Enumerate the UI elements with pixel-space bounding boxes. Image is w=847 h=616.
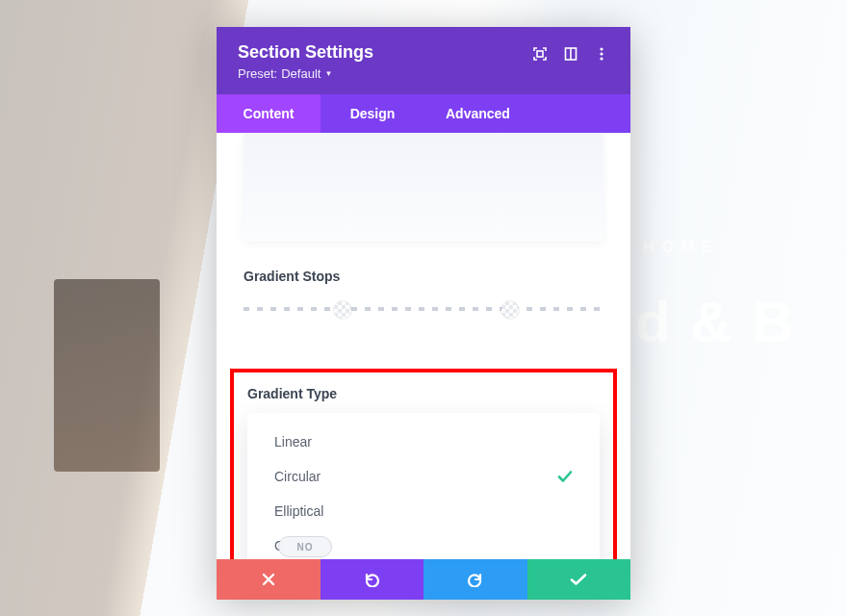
preset-name: Default: [281, 66, 321, 81]
panel-title: Section Settings: [238, 42, 373, 63]
option-label: Linear: [274, 434, 312, 449]
option-label: Circular: [274, 469, 321, 484]
gradient-type-highlight: Gradient Type Linear Circular Elliptical…: [230, 369, 617, 559]
gradient-stop-handle-1[interactable]: [334, 301, 351, 319]
tab-advanced[interactable]: Advanced: [424, 94, 630, 133]
svg-point-4: [600, 52, 603, 55]
responsive-icon[interactable]: [563, 46, 578, 62]
gradient-type-option-elliptical[interactable]: Elliptical: [247, 494, 600, 528]
svg-point-3: [600, 47, 603, 50]
background-headline: d & B: [635, 289, 796, 355]
redo-icon: [467, 572, 484, 587]
background-tagline: HOME: [643, 239, 720, 256]
tab-bar: Content Design Advanced: [217, 94, 630, 133]
undo-icon: [363, 572, 380, 587]
gradient-preview: [244, 133, 603, 242]
settings-panel: Section Settings Preset: Default ▼: [217, 27, 630, 600]
svg-rect-0: [537, 51, 543, 57]
undo-button[interactable]: [321, 559, 424, 600]
more-menu-icon[interactable]: [594, 46, 609, 62]
background-furniture: [54, 279, 160, 472]
preset-prefix: Preset:: [238, 66, 277, 81]
gradient-stops-track[interactable]: [244, 299, 603, 319]
cancel-button[interactable]: [217, 559, 321, 600]
caret-down-icon: ▼: [324, 69, 332, 78]
gradient-type-label: Gradient Type: [247, 386, 600, 401]
toggle-no[interactable]: NO: [278, 536, 332, 557]
check-icon: [557, 470, 573, 483]
gradient-type-option-circular[interactable]: Circular: [247, 459, 600, 494]
gradient-stops-label: Gradient Stops: [244, 269, 603, 284]
tab-content[interactable]: Content: [217, 94, 321, 133]
gradient-track-line: [244, 307, 603, 311]
redo-button[interactable]: [424, 559, 527, 600]
check-icon: [570, 573, 587, 586]
tab-design[interactable]: Design: [321, 94, 424, 133]
panel-body: Gradient Stops Gradient Type Linear Circ…: [217, 133, 630, 559]
gradient-stop-handle-2[interactable]: [501, 301, 519, 319]
save-button[interactable]: [527, 559, 631, 600]
panel-header: Section Settings Preset: Default ▼: [217, 27, 630, 94]
preset-selector[interactable]: Preset: Default ▼: [238, 66, 373, 81]
option-label: Elliptical: [274, 503, 323, 519]
panel-footer: [217, 559, 630, 600]
svg-point-5: [600, 57, 603, 60]
gradient-type-option-linear[interactable]: Linear: [247, 424, 600, 459]
expand-icon[interactable]: [532, 46, 548, 62]
close-icon: [262, 573, 275, 586]
